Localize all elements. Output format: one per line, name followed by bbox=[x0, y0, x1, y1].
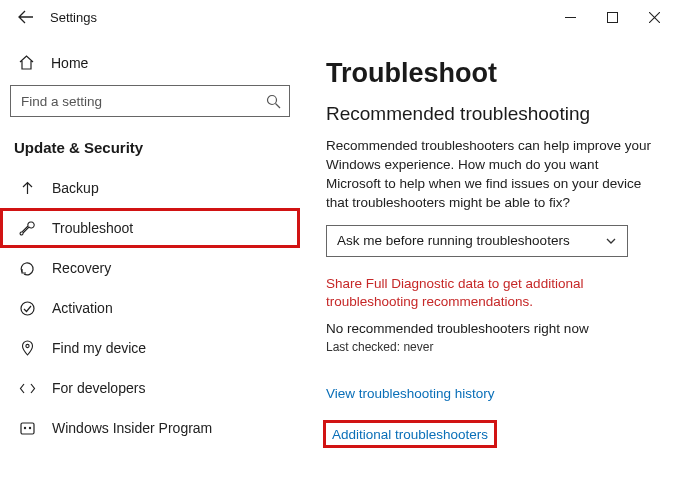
nav-label: Activation bbox=[52, 300, 113, 316]
svg-point-1 bbox=[268, 95, 277, 104]
svg-point-5 bbox=[23, 426, 25, 428]
history-link[interactable]: View troubleshooting history bbox=[326, 386, 495, 401]
main-content: Troubleshoot Recommended troubleshooting… bbox=[300, 34, 681, 500]
wrench-icon bbox=[18, 219, 36, 237]
section-heading: Recommended troubleshooting bbox=[326, 103, 659, 125]
no-recommended-text: No recommended troubleshooters right now bbox=[326, 321, 659, 336]
insider-icon bbox=[18, 419, 36, 437]
activation-icon bbox=[18, 299, 36, 317]
nav-label: Recovery bbox=[52, 260, 111, 276]
maximize-button[interactable] bbox=[591, 3, 633, 31]
svg-point-6 bbox=[28, 426, 30, 428]
location-icon bbox=[18, 339, 36, 357]
recovery-icon bbox=[18, 259, 36, 277]
nav-label: Troubleshoot bbox=[52, 220, 133, 236]
description-text: Recommended troubleshooters can help imp… bbox=[326, 137, 656, 213]
home-label: Home bbox=[51, 55, 88, 71]
back-button[interactable] bbox=[12, 9, 40, 25]
sidebar-section-header: Update & Security bbox=[0, 129, 300, 164]
svg-rect-0 bbox=[607, 12, 617, 22]
maximize-icon bbox=[607, 12, 618, 23]
search-icon bbox=[266, 94, 281, 109]
sidebar-home[interactable]: Home bbox=[0, 46, 300, 81]
last-checked-text: Last checked: never bbox=[326, 340, 659, 354]
additional-troubleshooters-link[interactable]: Additional troubleshooters bbox=[332, 427, 488, 442]
search-placeholder: Find a setting bbox=[21, 94, 102, 109]
close-button[interactable] bbox=[633, 3, 675, 31]
nav-label: For developers bbox=[52, 380, 145, 396]
chevron-down-icon bbox=[605, 235, 617, 247]
recommendation-dropdown[interactable]: Ask me before running troubleshooters bbox=[326, 225, 628, 257]
minimize-icon bbox=[565, 12, 576, 23]
sidebar: Home Find a setting Update & Security Ba… bbox=[0, 34, 300, 500]
additional-highlight: Additional troubleshooters bbox=[326, 423, 494, 445]
arrow-left-icon bbox=[18, 9, 34, 25]
search-input[interactable]: Find a setting bbox=[10, 85, 290, 117]
sidebar-item-backup[interactable]: Backup bbox=[0, 168, 300, 208]
home-icon bbox=[18, 54, 35, 71]
svg-point-2 bbox=[21, 302, 34, 315]
svg-rect-4 bbox=[21, 423, 34, 434]
nav-label: Find my device bbox=[52, 340, 146, 356]
sidebar-item-find-my-device[interactable]: Find my device bbox=[0, 328, 300, 368]
backup-icon bbox=[18, 179, 36, 197]
minimize-button[interactable] bbox=[549, 3, 591, 31]
page-title: Troubleshoot bbox=[326, 58, 659, 89]
diagnostic-warning[interactable]: Share Full Diagnostic data to get additi… bbox=[326, 275, 659, 311]
sidebar-item-activation[interactable]: Activation bbox=[0, 288, 300, 328]
sidebar-item-recovery[interactable]: Recovery bbox=[0, 248, 300, 288]
sidebar-item-for-developers[interactable]: For developers bbox=[0, 368, 300, 408]
dropdown-value: Ask me before running troubleshooters bbox=[337, 233, 570, 248]
window-title: Settings bbox=[50, 10, 549, 25]
close-icon bbox=[649, 12, 660, 23]
nav-label: Backup bbox=[52, 180, 99, 196]
title-bar: Settings bbox=[0, 0, 681, 34]
sidebar-item-troubleshoot[interactable]: Troubleshoot bbox=[0, 208, 300, 248]
svg-point-3 bbox=[25, 344, 28, 347]
sidebar-item-insider[interactable]: Windows Insider Program bbox=[0, 408, 300, 448]
nav-label: Windows Insider Program bbox=[52, 420, 212, 436]
developers-icon bbox=[18, 379, 36, 397]
